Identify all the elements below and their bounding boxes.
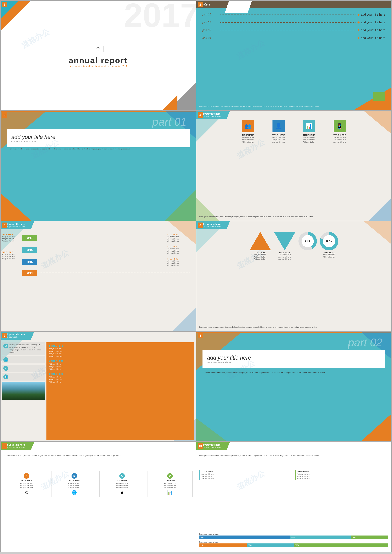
- icon-block-2: 👤 TITLE HERE Add your title hereAdd your…: [265, 120, 292, 143]
- part-row-2: part 02 add your title here: [203, 21, 385, 24]
- year-row-2016: 2016 TITLE HERE Add your title hereAdd y…: [22, 245, 190, 254]
- slide7-title: add your title here: [4, 333, 31, 336]
- slide10-sub: lorem ipsum dolor sit amet: [199, 446, 227, 449]
- slide3-white-box: add your title here lorem ipsum dolor si…: [7, 129, 190, 147]
- timeline-line-2017: [40, 238, 164, 238]
- slide-7: 7 add your title here lorem ipsum dolor …: [1, 332, 196, 441]
- card-icon-d: 📊: [167, 490, 173, 495]
- icon-square-green: 📱: [334, 120, 346, 132]
- card-letter-b: B: [71, 473, 77, 479]
- slide4-header-title: add your title here: [199, 112, 227, 115]
- title-block-2: TITLE HERE Add your title hereAdd your t…: [295, 470, 388, 480]
- slide3-body-text: lorem ipsum dolor sit amet, consectetur …: [10, 148, 187, 150]
- card-text-a: Add your title hereAdd your title hereAd…: [20, 482, 33, 489]
- slide-3: 3 part 01 add your title here lorem ipsu…: [1, 111, 196, 221]
- slide-9: 9 add your title here lorem ipsum dolor …: [1, 442, 196, 552]
- icon-circle-at: @: [3, 344, 8, 348]
- diamond-2: [357, 21, 360, 23]
- left-title-h-2: TITLE HERE: [2, 251, 21, 253]
- year-box-2015: 2015: [22, 259, 37, 265]
- icon-circle-e: e: [3, 366, 8, 371]
- slide1-title: annual report: [69, 56, 127, 65]
- bullet-2: ◆ TITLE HERE Add your title hereAdd your…: [49, 360, 192, 371]
- diamond-4: [357, 37, 360, 39]
- timeline-line-2014: [40, 273, 190, 273]
- diamond-bullet-2: ◆ TITLE HERE: [49, 360, 192, 362]
- shape-title-2: TITLE HERE: [279, 252, 291, 254]
- slide-number-9: 9: [2, 443, 7, 449]
- bar-row-2: 25% 25% 50%: [199, 543, 388, 547]
- slide-number-6: 6: [198, 223, 203, 228]
- slide-8: 8 part 02 add your title here lorem ipsu…: [196, 332, 392, 441]
- card-b: B TITLE HERE Add your title hereAdd your…: [51, 471, 97, 497]
- left-item-2: 🌐: [2, 356, 45, 364]
- part-row-4: part 04 add your title here: [203, 36, 385, 40]
- bullet-text-3: Add your title hereAdd your title hereAd…: [49, 376, 192, 383]
- tb-text-2: Add your title hereAdd your title hereAd…: [297, 473, 388, 480]
- card-icon-c: e: [121, 490, 123, 495]
- slide5-left-title-1: TITLE HERE Add your title hereAdd your t…: [2, 233, 21, 242]
- diamond-bullet-1: ◆ TITLE HERE: [49, 345, 192, 347]
- slide10-main-text: lorem ipsum dolor sit amet, consectetur …: [199, 454, 388, 457]
- bar-fill-1a: 48%: [199, 535, 290, 539]
- icon-block-3: 📊 TITLE HERE Add your title hereAdd your…: [295, 120, 323, 143]
- triangle-up-orange: [250, 232, 271, 250]
- slide-5: 5 add your title here lorem ipsum dolor …: [1, 221, 196, 331]
- left-title-h-1: TITLE HERE: [2, 233, 21, 236]
- slide6-bottom-text: lorem ipsum dolor sit amet, consectetur …: [199, 326, 388, 328]
- left-item-4: 📊: [2, 373, 45, 380]
- slide3-lorem-sub: lorem ipsum dolor sit amet: [11, 140, 185, 143]
- icon-circle-globe: 🌐: [3, 357, 8, 362]
- slide-2: 2 contets part 01 add your title here pa…: [196, 1, 392, 110]
- card-a: A TITLE HERE Add your title hereAdd your…: [4, 471, 49, 497]
- slide10-title: add your title here: [199, 443, 227, 446]
- dashed-line-3: [220, 30, 356, 30]
- slide5-timeline: 2017 TITLE HERE Add your title hereAdd y…: [22, 233, 190, 276]
- slide9-sub: lorem ipsum dolor sit amet: [4, 446, 31, 449]
- card-icon-a: @: [24, 490, 28, 495]
- circle-41-percent: 41%: [301, 235, 314, 247]
- slide4-bottom-text: lorem ipsum dolor sit amet, consectetur …: [199, 216, 388, 218]
- timeline-line-2015: [40, 262, 164, 262]
- city-image: [2, 382, 45, 400]
- year-box-2017: 2017: [22, 235, 37, 241]
- card-title-b: TITLE HERE: [69, 480, 80, 482]
- year-sub-2016: Add your title hereAdd your title hereAd…: [167, 248, 190, 254]
- slide-grid: 1 2017 LOGe annual report powerpoint tem…: [0, 0, 392, 552]
- year-row-2015: 2015 TITLE HERE Add your title hereAdd y…: [22, 258, 190, 266]
- slide2-content: part 01 add your title here part 02 add …: [196, 10, 392, 47]
- slide5-left-titles: TITLE HERE Add your title hereAdd your t…: [2, 233, 21, 260]
- slide5-left-title-2: TITLE HERE Add your title hereAdd your t…: [2, 251, 21, 260]
- part-title-3: add your title here: [361, 28, 385, 32]
- icon-text-1: Add your title hereAdd your title hereAd…: [242, 136, 254, 143]
- icon-title-2: TITLE HERE: [272, 134, 285, 136]
- slide4-icons-row: 👥 TITLE HERE Add your title hereAdd your…: [199, 120, 388, 143]
- icon-square-orange: 👥: [242, 120, 254, 132]
- shape-block-3: 41%: [299, 232, 317, 250]
- deco-tri-orange-left: [1, 193, 31, 221]
- icon-text-3: Add your title hereAdd your title hereAd…: [303, 136, 315, 143]
- part-label-4: part 04: [203, 36, 218, 40]
- icon-text-4: Add your title hereAdd your title hereAd…: [334, 136, 346, 143]
- dashed-line-4: [220, 38, 356, 38]
- card-title-a: TITLE HERE: [21, 480, 32, 482]
- shape-title-1: TITLE HERE: [254, 252, 266, 254]
- card-letter-d: D: [167, 473, 173, 479]
- circle-80: 80%: [320, 232, 338, 250]
- bar-label-2: lorem ipsum dolor sit amet: [199, 541, 388, 543]
- card-d: D TITLE HERE Add your title hereAdd your…: [147, 471, 193, 497]
- icon-title-4: TITLE HERE: [334, 134, 346, 136]
- bar-fill-2b: 25%: [247, 543, 294, 547]
- year-text-2017: TITLE HERE Add your title hereAdd your t…: [167, 233, 190, 242]
- dashed-line-2: [220, 22, 356, 23]
- slide-number-8: 8: [198, 333, 203, 338]
- slide1-center: LOGe annual report powerpoint template d…: [69, 43, 127, 67]
- card-letter-a: A: [24, 473, 29, 479]
- year-text-2016: TITLE HERE Add your title hereAdd your t…: [167, 245, 190, 254]
- slide8-part-label: part 02: [348, 336, 382, 349]
- card-c: C TITLE HERE Add your title hereAdd your…: [99, 471, 145, 497]
- shape-block-4: 80% TITLE HERE Add your title hereAdd yo…: [320, 232, 338, 258]
- icon-title-1: TITLE HERE: [242, 134, 254, 136]
- shape-title-4: TITLE HERE: [323, 252, 335, 254]
- slide5-sub: lorem ipsum dolor sit amet: [4, 225, 31, 228]
